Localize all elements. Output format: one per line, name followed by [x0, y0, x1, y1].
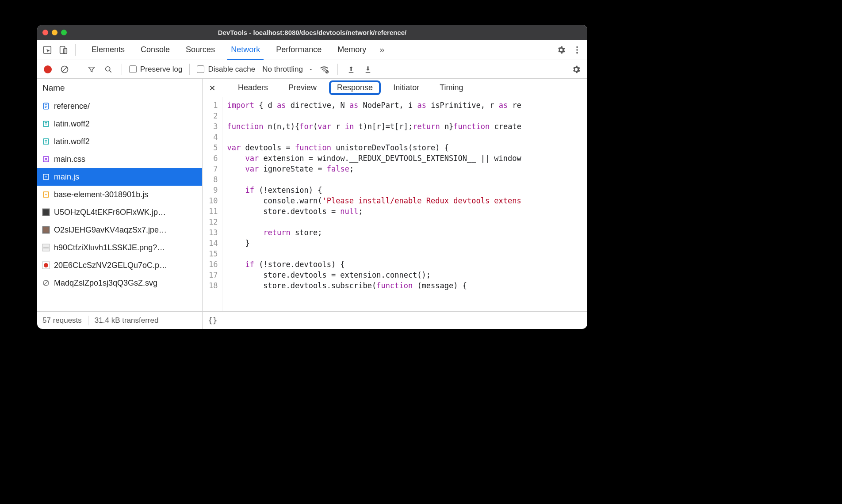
- line-number: 4: [209, 132, 218, 142]
- response-body[interactable]: 123456789101112131415161718 import { d a…: [203, 97, 587, 311]
- js-icon: [42, 172, 50, 181]
- line-number: 15: [209, 248, 218, 259]
- chevron-down-icon: [308, 67, 314, 72]
- panel-tab-label: Sources: [186, 45, 215, 54]
- code-line: if (!extension) {: [227, 185, 587, 195]
- panel-tabs: ElementsConsoleSourcesNetworkPerformance…: [84, 40, 374, 60]
- request-row[interactable]: latin.woff2: [37, 115, 202, 133]
- code-line: store.devtools = extension.connect();: [227, 270, 587, 280]
- request-list-status: 57 requests 31.4 kB transferred: [37, 311, 202, 329]
- inspect-element-icon[interactable]: [41, 43, 54, 57]
- code-line: store.devtools.subscribe(function (messa…: [227, 280, 587, 291]
- network-conditions-icon[interactable]: [318, 63, 330, 76]
- window-controls: [42, 30, 67, 35]
- request-name: O2slJEHG9avKV4aqzSx7.jpe…: [54, 225, 198, 235]
- separator: [78, 64, 78, 75]
- disable-cache-checkbox[interactable]: Disable cache: [197, 65, 255, 74]
- record-icon: [44, 65, 52, 73]
- code-line: [227, 132, 587, 142]
- request-row[interactable]: O2slJEHG9avKV4aqzSx7.jpe…: [37, 221, 202, 239]
- img-b-icon: [42, 225, 50, 234]
- panel-tab-network[interactable]: Network: [223, 40, 268, 60]
- request-row[interactable]: main.js: [37, 168, 202, 186]
- code-line: var ignoreState = false;: [227, 164, 587, 174]
- request-row[interactable]: reference/: [37, 97, 202, 115]
- request-row[interactable]: base-element-3018901b.js: [37, 186, 202, 203]
- filter-button[interactable]: [85, 63, 98, 76]
- more-panels-button[interactable]: »: [377, 43, 387, 57]
- svg-rect-1: [60, 46, 65, 53]
- kebab-menu-button[interactable]: [570, 43, 584, 57]
- svg-point-7: [106, 66, 110, 71]
- svg-rect-22: [43, 247, 49, 248]
- separator: [122, 64, 122, 75]
- network-settings-button[interactable]: [570, 63, 583, 76]
- requests-count: 57 requests: [42, 316, 82, 325]
- svg-point-24: [44, 263, 48, 267]
- panel-tab-elements[interactable]: Elements: [84, 40, 133, 60]
- record-button[interactable]: [42, 63, 54, 76]
- detail-tab-preview[interactable]: Preview: [280, 80, 325, 95]
- request-name: 20E6CLcSzNV2GELQu7oC.p…: [54, 261, 198, 270]
- throttling-select[interactable]: No throttling: [262, 65, 314, 74]
- panel-tab-memory[interactable]: Memory: [329, 40, 374, 60]
- panel-tab-label: Console: [141, 45, 170, 54]
- network-main: Name reference/latin.woff2latin.woff2mai…: [37, 79, 587, 329]
- separator: [75, 44, 76, 56]
- panel-tab-sources[interactable]: Sources: [178, 40, 223, 60]
- clear-button[interactable]: [58, 63, 71, 76]
- code-line: var devtools = function unistoreDevTools…: [227, 142, 587, 153]
- import-har-button[interactable]: [362, 63, 374, 76]
- code-line: [227, 174, 587, 185]
- close-window-button[interactable]: [42, 30, 48, 35]
- detail-tab-timing[interactable]: Timing: [432, 80, 471, 95]
- detail-tab-initiator[interactable]: Initiator: [385, 80, 427, 95]
- request-row[interactable]: 20E6CLcSzNV2GELQu7oC.p…: [37, 256, 202, 274]
- detail-tab-headers[interactable]: Headers: [230, 80, 276, 95]
- preserve-log-checkbox[interactable]: Preserve log: [129, 65, 182, 74]
- request-row[interactable]: main.css: [37, 150, 202, 168]
- img-d-icon: [42, 261, 50, 270]
- minimize-window-button[interactable]: [52, 30, 57, 35]
- panel-tab-performance[interactable]: Performance: [268, 40, 329, 60]
- panel-tab-console[interactable]: Console: [133, 40, 178, 60]
- request-name: h90CtfziXluvh1LSSKJE.png?…: [54, 243, 198, 252]
- panel-tabs-row: ElementsConsoleSourcesNetworkPerformance…: [37, 40, 587, 60]
- export-har-button[interactable]: [345, 63, 357, 76]
- devtools-window: DevTools - localhost:8080/docs/devtools/…: [37, 25, 587, 329]
- throttling-label: No throttling: [262, 65, 303, 74]
- request-row[interactable]: latin.woff2: [37, 133, 202, 150]
- request-row[interactable]: U5OHzQL4tEKFr6OFlxWK.jp…: [37, 203, 202, 221]
- svg-icon: [42, 279, 50, 287]
- code-line: [227, 217, 587, 227]
- code-line: return store;: [227, 227, 587, 238]
- code-content: import { d as directive, N as NodePart, …: [222, 97, 587, 311]
- line-number: 6: [209, 153, 218, 164]
- settings-button[interactable]: [555, 43, 568, 57]
- pretty-print-button[interactable]: {}: [208, 316, 218, 325]
- line-number: 7: [209, 164, 218, 174]
- code-line: import { d as directive, N as NodePart, …: [227, 100, 587, 111]
- request-name: base-element-3018901b.js: [54, 190, 198, 199]
- zoom-window-button[interactable]: [61, 30, 67, 35]
- panel-tab-label: Memory: [337, 45, 366, 54]
- request-name: main.css: [54, 155, 198, 164]
- device-toggle-icon[interactable]: [57, 43, 70, 57]
- detail-tab-response[interactable]: Response: [329, 80, 381, 95]
- name-column-header[interactable]: Name: [37, 79, 202, 97]
- svg-rect-2: [64, 48, 67, 53]
- request-row[interactable]: MadqZslZpo1sj3qQ3GsZ.svg: [37, 274, 202, 292]
- separator: [337, 64, 338, 75]
- line-number: 16: [209, 259, 218, 270]
- code-line: if (!store.devtools) {: [227, 259, 587, 270]
- line-number-gutter: 123456789101112131415161718: [203, 97, 222, 311]
- request-list-pane: Name reference/latin.woff2latin.woff2mai…: [37, 79, 203, 329]
- search-button[interactable]: [102, 63, 115, 76]
- line-number: 5: [209, 142, 218, 153]
- js-alt-icon: [42, 190, 50, 199]
- request-name: main.js: [54, 172, 198, 182]
- line-number: 12: [209, 217, 218, 227]
- svg-point-16: [46, 194, 47, 195]
- request-row[interactable]: h90CtfziXluvh1LSSKJE.png?…: [37, 239, 202, 256]
- close-detail-button[interactable]: [207, 83, 218, 93]
